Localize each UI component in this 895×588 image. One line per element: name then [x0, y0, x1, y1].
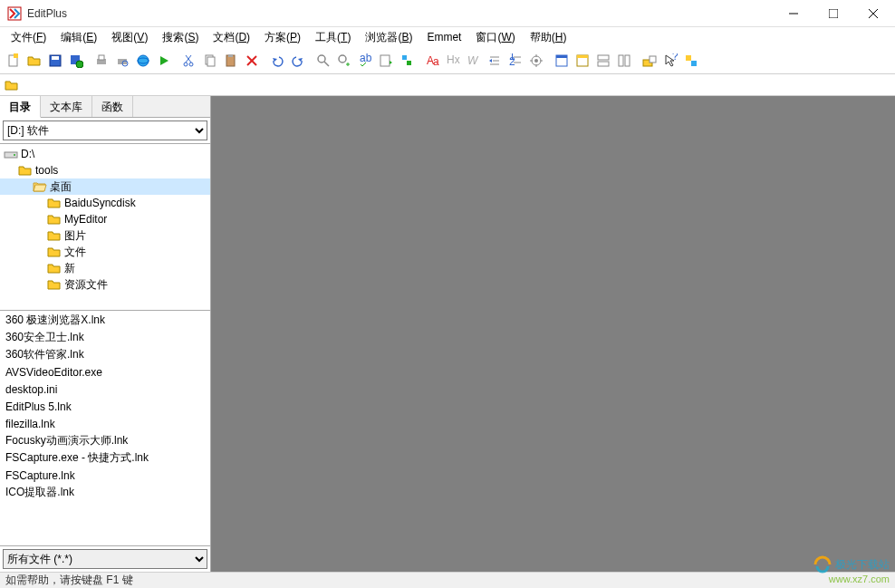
- open-file-button[interactable]: [24, 51, 44, 71]
- redo-button[interactable]: [288, 51, 308, 71]
- window4-button[interactable]: [614, 51, 634, 71]
- svg-rect-56: [686, 55, 691, 61]
- tree-item[interactable]: 资源文件: [0, 276, 210, 293]
- file-item[interactable]: AVSVideoEditor.exe: [0, 363, 210, 381]
- window3-button[interactable]: [593, 51, 613, 71]
- maximize-button[interactable]: [813, 1, 853, 26]
- file-item[interactable]: 360安全卫士.lnk: [0, 329, 210, 346]
- menu-s[interactable]: 搜索(S): [155, 28, 206, 47]
- folder-view-button[interactable]: [640, 51, 659, 71]
- menu-t[interactable]: 工具(T): [308, 28, 358, 47]
- settings-button[interactable]: [526, 51, 546, 71]
- menu-w[interactable]: 窗口(W): [468, 28, 522, 47]
- file-item[interactable]: 360软件管家.lnk: [0, 346, 210, 363]
- print-button[interactable]: [91, 51, 111, 71]
- drive-selector: [D:] 软件: [3, 120, 207, 140]
- tree-item[interactable]: 图片: [0, 227, 210, 244]
- tree-item[interactable]: D:\: [0, 146, 210, 162]
- svg-rect-6: [14, 53, 18, 58]
- browser-button[interactable]: [133, 51, 153, 71]
- save-button[interactable]: [45, 51, 65, 71]
- tree-label: 文件: [64, 245, 86, 260]
- hex-button[interactable]: Hx: [443, 51, 463, 71]
- file-item[interactable]: EditPlus 5.lnk: [0, 398, 210, 415]
- menu-f[interactable]: 文件(F): [4, 28, 53, 47]
- new-file-button[interactable]: [4, 51, 24, 71]
- tree-item[interactable]: 桌面: [0, 178, 210, 195]
- window2-button[interactable]: [573, 51, 592, 71]
- indent-left-button[interactable]: [485, 51, 505, 71]
- tree-item[interactable]: 新: [0, 260, 210, 276]
- tree-label: 桌面: [50, 179, 72, 195]
- tree-item[interactable]: MyEditor: [0, 211, 210, 227]
- folder-icon: [47, 261, 62, 275]
- folder-icon: [47, 228, 62, 243]
- file-item[interactable]: desktop.ini: [0, 381, 210, 398]
- save-refresh-button[interactable]: [66, 51, 86, 71]
- line-number-button[interactable]: 12: [505, 51, 525, 71]
- goto-button[interactable]: [376, 51, 396, 71]
- menu-p[interactable]: 方案(P): [257, 28, 308, 47]
- svg-point-27: [339, 55, 346, 63]
- filter-select[interactable]: 所有文件 (*.*): [3, 549, 207, 569]
- tree-item[interactable]: BaiduSyncdisk: [0, 195, 210, 211]
- svg-point-10: [76, 61, 83, 68]
- menu-e[interactable]: 编辑(E): [53, 28, 104, 47]
- svg-point-59: [14, 154, 15, 156]
- drive-select[interactable]: [D:] 软件: [3, 120, 207, 140]
- folder-icon[interactable]: [4, 77, 20, 93]
- file-item[interactable]: FSCapture.exe - 快捷方式.lnk: [0, 449, 210, 467]
- svg-line-26: [324, 62, 329, 66]
- cut-button[interactable]: [179, 51, 199, 71]
- tree-label: tools: [35, 164, 58, 177]
- delete-button[interactable]: [242, 51, 262, 71]
- svg-rect-50: [598, 62, 609, 66]
- svg-point-44: [534, 59, 538, 63]
- folder-icon: [47, 212, 62, 227]
- menu-b[interactable]: 浏览器(B): [358, 28, 419, 47]
- menu-d[interactable]: 文档(D): [206, 28, 257, 47]
- menu-h[interactable]: 帮助(H): [523, 28, 574, 47]
- file-item[interactable]: 360 极速浏览器X.lnk: [0, 312, 210, 329]
- menu-v[interactable]: 视图(V): [104, 28, 155, 47]
- replace-button[interactable]: [334, 51, 354, 71]
- minimize-button[interactable]: [774, 1, 813, 26]
- tree-item[interactable]: 文件: [0, 244, 210, 260]
- folder-tree[interactable]: D:\tools桌面BaiduSyncdiskMyEditor图片文件新资源文件: [0, 143, 210, 311]
- spell-check-button[interactable]: ab: [355, 51, 375, 71]
- print-preview-button[interactable]: [112, 51, 132, 71]
- plugin-button[interactable]: [681, 51, 701, 71]
- undo-button[interactable]: [267, 51, 287, 71]
- file-item[interactable]: ICO提取器.lnk: [0, 484, 210, 501]
- copy-button[interactable]: [200, 51, 220, 71]
- find-button[interactable]: [313, 51, 333, 71]
- file-item[interactable]: Focusky动画演示大师.lnk: [0, 432, 210, 449]
- paste-button[interactable]: [221, 51, 241, 71]
- sidebar-tab-0[interactable]: 目录: [0, 96, 41, 118]
- svg-rect-31: [407, 61, 411, 65]
- menu-emmet[interactable]: Emmet: [419, 29, 468, 45]
- tree-label: BaiduSyncdisk: [64, 197, 136, 209]
- window1-button[interactable]: [552, 51, 572, 71]
- svg-rect-49: [598, 55, 609, 60]
- window-controls: [774, 1, 893, 26]
- file-item[interactable]: filezilla.lnk: [0, 415, 210, 432]
- file-item[interactable]: FSCapture.lnk: [0, 467, 210, 484]
- close-button[interactable]: [853, 1, 893, 26]
- svg-rect-46: [556, 55, 567, 58]
- help-pointer-button[interactable]: ?: [660, 51, 680, 71]
- sidebar-tab-1[interactable]: 文本库: [41, 96, 92, 117]
- sidebar-tab-2[interactable]: 函数: [92, 96, 133, 117]
- file-list[interactable]: 360 极速浏览器X.lnk360安全卫士.lnk360软件管家.lnkAVSV…: [0, 311, 210, 546]
- wrap-button[interactable]: W: [464, 51, 484, 71]
- window-title: EditPlus: [27, 7, 774, 20]
- svg-rect-8: [52, 56, 59, 60]
- title-bar: EditPlus: [0, 0, 895, 27]
- svg-rect-54: [650, 56, 656, 63]
- tree-item[interactable]: tools: [0, 162, 210, 178]
- bookmark-button[interactable]: [397, 51, 417, 71]
- folder-icon: [18, 163, 33, 178]
- font-button[interactable]: Aa: [422, 51, 442, 71]
- run-button[interactable]: [154, 51, 174, 71]
- tree-label: 新: [64, 261, 75, 276]
